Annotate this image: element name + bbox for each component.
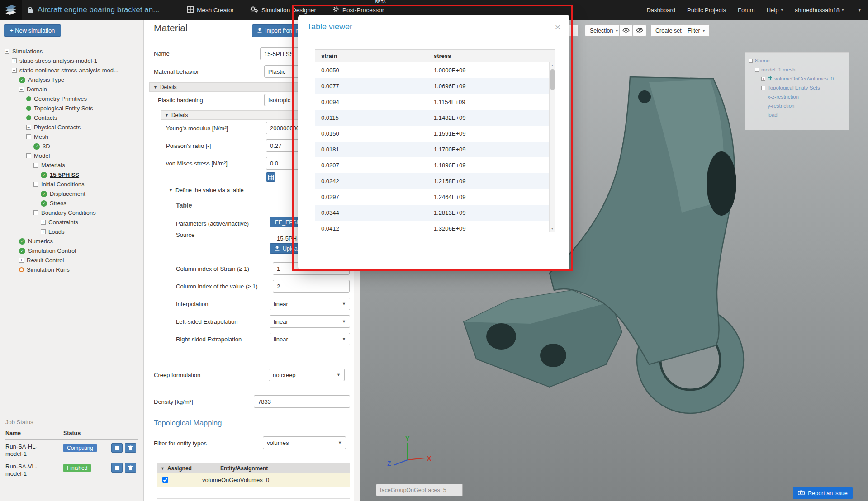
collapse-icon[interactable]: − — [33, 163, 38, 168]
report-issue-button[interactable]: Report an issue — [793, 487, 853, 499]
filter-entity-types-select[interactable]: volumes▼ — [263, 436, 346, 449]
left-extrapolation-select[interactable]: linear▼ — [270, 315, 350, 328]
table-row[interactable]: 0.00771.0696E+09 — [315, 78, 549, 94]
table-editor-button[interactable] — [266, 172, 275, 182]
collapse-icon[interactable]: − — [26, 125, 31, 130]
collapse-icon[interactable]: − — [5, 49, 9, 54]
tree-item-numerics[interactable]: ✓Numerics — [0, 236, 143, 246]
collapse-icon[interactable]: − — [12, 68, 17, 73]
column-index-value-input[interactable] — [273, 280, 350, 293]
tree-item-model[interactable]: −Model — [0, 151, 143, 161]
tab-mesh-creator[interactable]: Mesh Creator — [187, 5, 234, 15]
new-simulation-button[interactable]: + New simulation — [4, 24, 61, 37]
selection-dropdown[interactable]: Selection▾ — [585, 24, 623, 37]
table-row[interactable]: 0.01151.1482E+09 — [315, 110, 549, 126]
tree-item-displacement[interactable]: ✓Displacement — [0, 189, 143, 199]
assignment-row[interactable]: volumeOnGeoVolumes_0 — [157, 473, 350, 487]
tree-item-analysis-type[interactable]: ✓Analysis Type — [0, 75, 143, 85]
column-header-stress[interactable]: stress — [434, 52, 555, 59]
density-input[interactable] — [254, 395, 350, 408]
collapse-icon[interactable]: − — [26, 153, 31, 158]
table-row[interactable]: 0.01501.1591E+09 — [315, 126, 549, 142]
expand-icon[interactable]: + — [761, 77, 765, 81]
tree-item-geometry-primitives[interactable]: Geometry Primitives — [0, 94, 143, 104]
assignment-table-header[interactable]: ▼Assigned Entity/Assignment — [157, 463, 350, 473]
collapse-icon[interactable]: − — [33, 182, 38, 187]
scroll-up-icon[interactable]: ▲ — [551, 62, 554, 68]
create-set-button[interactable]: Create set — [650, 24, 687, 37]
scroll-down-icon[interactable]: ▼ — [551, 226, 554, 232]
app-logo[interactable] — [0, 0, 22, 20]
tab-simulation-designer[interactable]: Simulation Designer — [250, 5, 316, 15]
tree-item-simulation-control[interactable]: ✓Simulation Control — [0, 246, 143, 255]
collapse-icon[interactable]: − — [33, 210, 38, 215]
face-group-input[interactable] — [376, 484, 463, 496]
tree-item-physical-contacts[interactable]: −Physical Contacts — [0, 123, 143, 132]
table-row[interactable]: 0.02971.2464E+09 — [315, 189, 549, 205]
table-row[interactable]: 0.00501.0000E+09 — [315, 62, 549, 78]
user-menu[interactable]: ahmedhussain18▾ — [795, 7, 844, 14]
collapse-icon[interactable]: − — [19, 87, 24, 92]
right-extrapolation-select[interactable]: linear▼ — [270, 333, 350, 345]
toolbar-partial-button[interactable] — [569, 24, 579, 37]
table-row[interactable]: 0.02421.2158E+09 — [315, 173, 549, 189]
scene-tree-item[interactable]: y-restriction — [745, 101, 849, 110]
stop-job-button[interactable] — [111, 443, 123, 453]
tab-post-processor[interactable]: BETA Post-Processor — [332, 5, 384, 15]
expand-icon[interactable]: + — [41, 229, 46, 234]
scene-tree-item[interactable]: −Topological Entity Sets — [745, 83, 849, 92]
show-entities-button[interactable] — [619, 24, 633, 37]
delete-job-button[interactable] — [125, 443, 136, 453]
chevron-down-icon[interactable]: ▾ — [858, 7, 861, 13]
tree-item-loads[interactable]: +Loads — [0, 227, 143, 236]
table-row[interactable]: 0.04121.3206E+09 — [315, 221, 549, 232]
tree-item-stress[interactable]: ✓Stress — [0, 199, 143, 208]
expand-icon[interactable]: + — [12, 58, 17, 63]
expand-icon[interactable]: + — [19, 258, 24, 263]
tree-item-initial-conditions[interactable]: −Initial Conditions — [0, 180, 143, 189]
tree-item-domain[interactable]: −Domain — [0, 85, 143, 94]
scroll-thumb[interactable] — [550, 69, 555, 90]
hide-entities-button[interactable] — [633, 24, 646, 37]
filter-dropdown[interactable]: Filter▾ — [683, 24, 710, 37]
scene-tree-item[interactable]: x-z-restriction — [745, 92, 849, 101]
nav-dashboard[interactable]: Dashboard — [646, 7, 675, 14]
tree-item-3d[interactable]: ✓3D — [0, 142, 143, 151]
tree-item-simulations[interactable]: −Simulations — [0, 47, 143, 56]
table-row[interactable]: 0.01811.1700E+09 — [315, 142, 549, 157]
delete-job-button[interactable] — [125, 463, 136, 473]
scene-tree-item[interactable]: −model_1 mesh — [745, 65, 849, 74]
tree-item-mesh[interactable]: −Mesh — [0, 132, 143, 142]
tree-item-materials[interactable]: −Materials — [0, 161, 143, 170]
close-icon[interactable]: × — [555, 22, 560, 32]
tree-item-topological-entity-sets[interactable]: Topological Entity Sets — [0, 104, 143, 113]
table-row[interactable]: 0.00941.1154E+09 — [315, 94, 549, 110]
collapse-icon[interactable]: − — [761, 86, 765, 90]
nav-forum[interactable]: Forum — [738, 7, 755, 14]
tree-item-result-control[interactable]: +Result Control — [0, 255, 143, 265]
stop-job-button[interactable] — [111, 463, 123, 473]
scene-tree-item[interactable]: load — [745, 110, 849, 119]
collapse-icon[interactable]: − — [749, 59, 753, 63]
tree-item-boundary-conditions[interactable]: −Boundary Conditions — [0, 208, 143, 217]
interpolation-select[interactable]: linear▼ — [270, 298, 350, 310]
collapse-icon[interactable]: − — [26, 134, 31, 139]
scene-tree-item[interactable]: +volumeOnGeoVolumes_0 — [745, 74, 849, 83]
table-row[interactable]: 0.03441.2813E+09 — [315, 205, 549, 221]
define-table-section-header[interactable]: ▼ Define the value via a table — [169, 187, 244, 194]
tree-item-contacts[interactable]: Contacts — [0, 113, 143, 123]
assignment-checkbox[interactable] — [162, 477, 168, 483]
tree-item-simulation-runs[interactable]: Simulation Runs — [0, 265, 143, 274]
nav-public-projects[interactable]: Public Projects — [687, 7, 726, 14]
tree-item-15-5ph-ss[interactable]: ✓15-5PH SS — [0, 170, 143, 180]
creep-formulation-select[interactable]: no creep▼ — [269, 369, 345, 381]
tree-item-constraints[interactable]: +Constraints — [0, 217, 143, 227]
scene-tree-item[interactable]: −Scene — [745, 56, 849, 65]
expand-icon[interactable]: + — [41, 220, 46, 225]
table-scrollbar[interactable]: ▲ ▼ — [549, 62, 555, 232]
tree-item-static-nonlinear-stress-analysis-mod[interactable]: −static-nonlinear-stress-analysis-mod... — [0, 66, 143, 75]
column-header-strain[interactable]: strain — [315, 52, 434, 59]
tree-item-static-stress-analysis-model-1[interactable]: +static-stress-analysis-model-1 — [0, 56, 143, 66]
nav-help[interactable]: Help▾ — [767, 7, 783, 14]
table-row[interactable]: 0.02071.1896E+09 — [315, 157, 549, 173]
